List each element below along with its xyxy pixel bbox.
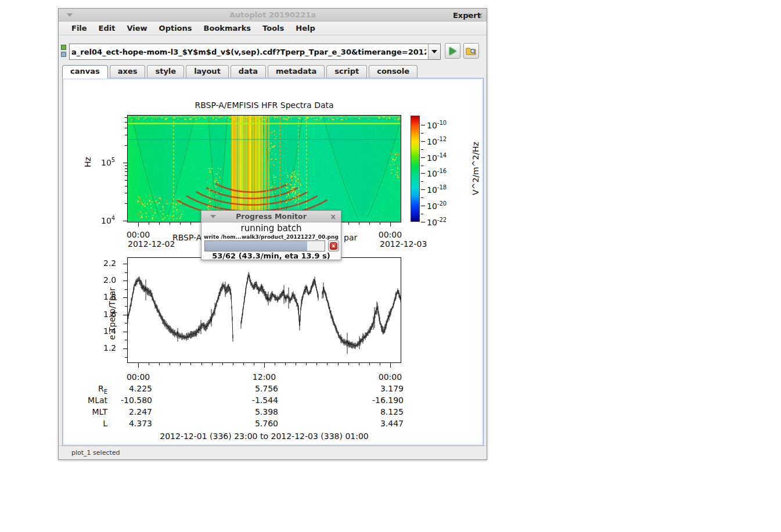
plot2-x-tick	[212, 363, 213, 365]
tab-canvas[interactable]: canvas	[62, 65, 108, 78]
plot1-y-minor-tick	[125, 175, 127, 176]
plot1-frame	[127, 115, 401, 222]
plot1-y-minor-tick	[125, 171, 127, 172]
plot2-title-fragment-right: par	[344, 233, 357, 242]
plot1-y-minor-tick	[125, 180, 127, 181]
plot2-x-tick	[285, 363, 286, 365]
plot2-x-tick	[233, 363, 233, 365]
plot2-y-tick-label: 2.0	[103, 275, 116, 285]
plot1-x-tick-label: 00:00	[127, 230, 150, 239]
ephemeris-value: 3.447	[351, 419, 404, 428]
address-input[interactable]	[70, 44, 428, 59]
plot2-x-tick	[359, 363, 359, 365]
plot1-x-tick	[138, 222, 139, 227]
plot1-x-tick	[369, 222, 370, 225]
plot2-y-tick-label: 1.8	[103, 292, 116, 301]
menu-item-view[interactable]: View	[121, 22, 153, 34]
menu-item-tools[interactable]: Tools	[257, 22, 290, 34]
tab-metadata[interactable]: metadata	[268, 65, 325, 78]
plot2-y-major-tick	[123, 264, 127, 264]
tab-script[interactable]: script	[326, 65, 367, 78]
progress-detail-label: write /hom...walk3/product_20121227_00.p…	[201, 234, 341, 240]
cancel-button[interactable]: x	[328, 240, 339, 251]
play-icon	[449, 47, 456, 55]
dialog-close-icon[interactable]: x	[331, 212, 336, 221]
inspect-button[interactable]	[463, 43, 479, 59]
colorbar-tick	[421, 157, 425, 158]
plot2-y-major-tick	[123, 332, 127, 332]
menu-item-help[interactable]: Help	[290, 22, 321, 34]
window-titlebar[interactable]: Autoplot 20190221a – + x	[59, 9, 487, 21]
tab-style[interactable]: style	[147, 65, 184, 78]
plot2-x-tick-label: 12:00	[253, 372, 276, 382]
plot2-x-tick	[149, 363, 149, 365]
plot2-y-major-tick	[123, 348, 127, 349]
tab-data[interactable]: data	[231, 65, 266, 78]
menubar: FileEditViewOptionsBookmarksToolsHelp	[59, 21, 487, 35]
plot2-x-tick	[327, 363, 327, 365]
plot2-y-minor-tick	[125, 272, 127, 273]
plot2-x-tick	[201, 363, 202, 365]
plot1-y-tick-label: 105	[101, 157, 115, 167]
menu-item-options[interactable]: Options	[153, 22, 198, 34]
ephemeris-value: 5.398	[226, 407, 278, 416]
colorbar-tick-label: 10-12	[427, 136, 447, 146]
plot2-x-tick-label: 00:00	[127, 372, 150, 382]
colorbar-tick-label: 10-22	[427, 217, 447, 227]
datasource-blue-icon	[61, 52, 66, 57]
plot2-x-tick	[296, 363, 296, 365]
spectrogram-canvas[interactable]	[128, 116, 401, 222]
progress-task-label: running batch	[201, 223, 341, 233]
colorbar-minor-tick	[421, 149, 423, 150]
expert-label[interactable]: Expert	[453, 11, 481, 20]
plot1-y-minor-tick	[125, 145, 127, 146]
plot2-x-tick	[316, 363, 317, 365]
dialog-titlebar[interactable]: Progress Monitor x	[201, 211, 341, 222]
plot-canvas-panel[interactable]: RBSP-A/EMFISIS HFR Spectra Data10-1010-1…	[62, 78, 484, 446]
address-dropdown-button[interactable]	[428, 44, 440, 59]
window-title: Autoplot 20190221a	[59, 10, 487, 19]
plot1-y-tick-label: 104	[101, 215, 115, 225]
timerange-label: 2012-12-01 (336) 23:00 to 2012-12-03 (33…	[160, 432, 368, 441]
menu-item-bookmarks[interactable]: Bookmarks	[198, 22, 257, 34]
plot1-x-tick	[390, 222, 391, 227]
colorbar	[411, 116, 420, 222]
address-combobox	[69, 44, 441, 60]
plot2-y-major-tick	[123, 315, 127, 315]
plot2-title-fragment-left: RBSP-A/	[172, 233, 204, 242]
plot1-x-tick	[380, 222, 380, 225]
plot2-x-tick	[275, 363, 275, 365]
menu-item-edit[interactable]: Edit	[93, 22, 121, 34]
plot1-x-tick	[190, 222, 191, 225]
progress-bar-fill	[205, 241, 307, 251]
ephemeris-value: -16.190	[351, 396, 404, 405]
lineplot-canvas[interactable]	[128, 258, 401, 362]
tab-layout[interactable]: layout	[186, 65, 229, 78]
colorbar-tick-label: 10-20	[427, 200, 447, 211]
tab-console[interactable]: console	[369, 65, 418, 78]
plot1-x-tick	[348, 222, 349, 225]
plot2-x-tick	[264, 363, 265, 368]
colorbar-tick	[421, 222, 425, 222]
colorbar-tick	[421, 189, 425, 190]
plot2-y-minor-tick	[125, 306, 127, 307]
plot2-frame	[127, 257, 401, 363]
menu-item-file[interactable]: File	[66, 22, 93, 34]
tab-axes[interactable]: axes	[110, 65, 146, 78]
go-button[interactable]	[445, 43, 460, 59]
colorbar-tick	[421, 125, 425, 125]
plot1-x-tick	[149, 222, 149, 225]
plot2-y-tick-label: 1.4	[103, 326, 116, 336]
ephemeris-value: 4.225	[100, 384, 152, 393]
plot1-y-minor-tick	[125, 203, 127, 204]
plot2-y-minor-tick	[125, 357, 127, 358]
plot2-x-tick	[306, 363, 307, 365]
chevron-down-icon	[431, 50, 437, 53]
colorbar-tick	[421, 206, 425, 206]
plot1-x-tick	[359, 222, 359, 225]
ephemeris-value: 5.760	[226, 419, 278, 428]
ephemeris-value: -1.544	[226, 396, 278, 405]
plot1-y-major-tick	[123, 221, 127, 221]
plot2-x-tick	[243, 363, 244, 365]
plot1-x-tick	[180, 222, 181, 225]
